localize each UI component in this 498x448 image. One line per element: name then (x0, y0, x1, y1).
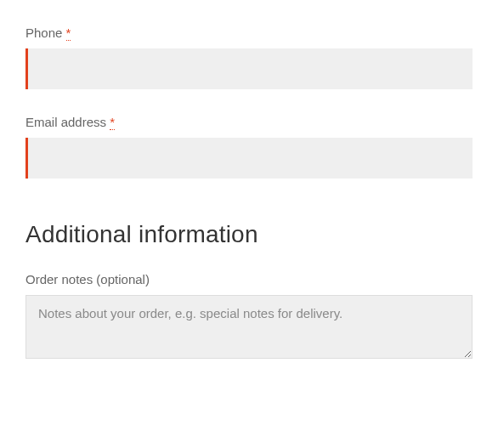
phone-label-text: Phone (25, 26, 62, 40)
order-notes-textarea[interactable] (25, 295, 473, 359)
required-indicator: * (110, 115, 115, 130)
order-notes-label: Order notes (optional) (25, 272, 473, 286)
phone-label: Phone * (25, 26, 473, 40)
email-field-row: Email address * (25, 115, 473, 179)
required-indicator: * (66, 26, 71, 41)
email-label: Email address * (25, 115, 473, 129)
phone-field-row: Phone * (25, 26, 473, 89)
email-label-text: Email address (25, 115, 106, 129)
email-input[interactable] (25, 138, 473, 179)
order-notes-field-row: Order notes (optional) (25, 272, 473, 362)
phone-input[interactable] (25, 48, 473, 89)
additional-info-heading: Additional information (25, 221, 473, 248)
